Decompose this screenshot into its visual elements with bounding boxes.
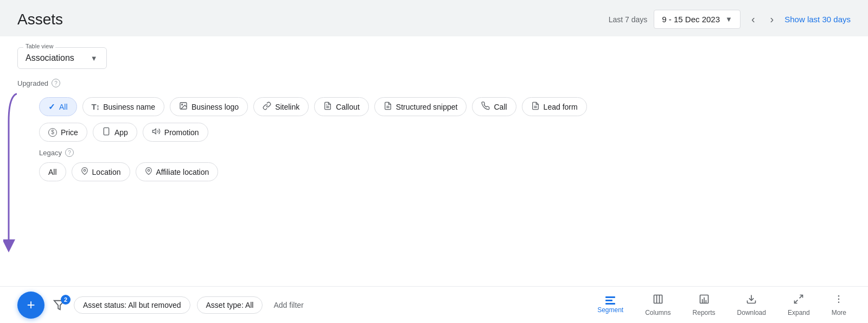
filter-button-wrapper: 2 xyxy=(51,297,67,313)
chip-all-legacy[interactable]: All xyxy=(39,162,66,181)
chip-price[interactable]: $ Price xyxy=(39,123,87,142)
svg-point-24 xyxy=(838,295,840,296)
app-icon xyxy=(102,127,111,137)
chip-label: Structured snippet xyxy=(396,103,458,111)
chip-label: Promotion xyxy=(164,128,199,137)
chip-business-logo[interactable]: Business logo xyxy=(170,97,248,116)
chip-call[interactable]: Call xyxy=(472,97,516,116)
chip-business-name[interactable]: T↕ Business name xyxy=(82,97,164,116)
columns-label: Columns xyxy=(645,309,671,316)
segment-action[interactable]: Segment xyxy=(593,294,628,316)
legacy-label: Legacy ? xyxy=(39,148,851,157)
chip-label: Location xyxy=(92,168,121,176)
image-icon xyxy=(179,102,188,112)
expand-icon xyxy=(793,294,804,307)
toolbar-right: Segment Columns xyxy=(593,292,851,319)
main-content: Table view Associations ▼ Upgraded ? xyxy=(0,36,868,323)
chip-label: Affiliate location xyxy=(156,168,209,176)
reports-label: Reports xyxy=(693,309,716,316)
svg-line-22 xyxy=(800,295,803,298)
legacy-section: Legacy ? All xyxy=(17,148,851,181)
svg-rect-8 xyxy=(104,128,108,135)
chip-sitelink[interactable]: Sitelink xyxy=(253,97,309,116)
date-range-label: Last 7 days xyxy=(609,15,648,24)
dropdown-arrow-icon: ▼ xyxy=(91,54,98,62)
svg-rect-14 xyxy=(654,295,662,303)
legacy-chips-row: All Location xyxy=(39,162,851,181)
segment-label: Segment xyxy=(597,306,623,314)
table-view-wrapper: Table view Associations ▼ xyxy=(17,47,107,69)
columns-action[interactable]: Columns xyxy=(641,292,675,319)
page-title: Assets xyxy=(17,11,63,28)
asset-status-chip[interactable]: Asset status: All but removed xyxy=(74,296,190,314)
phone-icon xyxy=(481,102,490,112)
table-view-select[interactable]: Associations ▼ xyxy=(25,53,98,63)
add-filter-label[interactable]: Add filter xyxy=(269,297,308,313)
legacy-help-icon[interactable]: ? xyxy=(65,148,74,157)
chip-label: Call xyxy=(494,103,507,111)
bottom-toolbar: + 2 Asset status: All but removed Asset … xyxy=(0,286,868,323)
chip-label: Business logo xyxy=(192,103,239,111)
table-view-label: Table view xyxy=(23,43,55,49)
download-action[interactable]: Download xyxy=(733,292,770,319)
chip-label: Sitelink xyxy=(275,103,299,111)
upgraded-label: Upgraded ? xyxy=(17,79,851,87)
check-icon: ✓ xyxy=(48,102,55,112)
header-right: Last 7 days 9 - 15 Dec 2023 ▼ ‹ › Show l… xyxy=(609,10,851,29)
svg-marker-10 xyxy=(152,129,156,134)
asset-type-chip[interactable]: Asset type: All xyxy=(197,296,263,314)
chip-app[interactable]: App xyxy=(93,123,137,142)
expand-action[interactable]: Expand xyxy=(783,292,814,319)
date-picker[interactable]: 9 - 15 Dec 2023 ▼ xyxy=(654,10,741,29)
text-format-icon: T↕ xyxy=(92,102,100,111)
table-view-value: Associations xyxy=(25,53,74,63)
more-action[interactable]: More xyxy=(827,292,851,319)
segment-icon xyxy=(605,296,615,305)
add-button[interactable]: + xyxy=(17,292,44,319)
chip-label: App xyxy=(114,128,128,137)
chip-lead-form[interactable]: Lead form xyxy=(522,97,587,116)
svg-point-1 xyxy=(182,104,183,105)
upgraded-help-icon[interactable]: ? xyxy=(52,79,60,87)
expand-label: Expand xyxy=(788,309,810,316)
date-picker-value: 9 - 15 Dec 2023 xyxy=(662,15,720,24)
affiliate-location-icon xyxy=(145,167,152,177)
chip-all-upgraded[interactable]: ✓ All xyxy=(39,97,77,116)
price-icon: $ xyxy=(48,128,57,137)
reports-icon xyxy=(699,294,710,307)
chevron-down-icon: ▼ xyxy=(725,15,732,23)
more-icon xyxy=(833,294,844,307)
lead-form-icon xyxy=(531,102,540,112)
download-icon xyxy=(746,294,757,307)
chip-structured-snippet[interactable]: Structured snippet xyxy=(374,97,467,116)
svg-line-23 xyxy=(795,300,798,303)
panels-area: ✓ All T↕ Business name xyxy=(0,93,868,192)
svg-point-25 xyxy=(838,298,840,300)
header: Assets Last 7 days 9 - 15 Dec 2023 ▼ ‹ ›… xyxy=(0,0,868,36)
chip-label: Price xyxy=(61,128,78,137)
next-date-button[interactable]: › xyxy=(766,11,778,28)
upgraded-chips-row: ✓ All T↕ Business name xyxy=(17,97,851,116)
download-label: Download xyxy=(737,309,766,316)
inner-panel: Table view Associations ▼ Upgraded ? xyxy=(0,36,868,93)
chip-label: Callout xyxy=(336,103,360,111)
snippet-icon xyxy=(384,102,392,112)
svg-point-12 xyxy=(148,169,150,172)
promotion-icon xyxy=(152,127,161,137)
callout-icon xyxy=(323,102,332,112)
location-icon xyxy=(81,167,88,177)
chip-affiliate-location[interactable]: Affiliate location xyxy=(136,162,219,181)
chip-label: All xyxy=(48,168,57,176)
prev-date-button[interactable]: ‹ xyxy=(747,11,760,28)
svg-point-26 xyxy=(838,301,840,303)
filter-badge: 2 xyxy=(61,295,71,305)
chip-callout[interactable]: Callout xyxy=(314,97,369,116)
svg-point-11 xyxy=(84,169,86,172)
chip-label: All xyxy=(59,103,68,111)
show-last-30-link[interactable]: Show last 30 days xyxy=(784,15,851,24)
chip-label: Lead form xyxy=(544,103,578,111)
chip-promotion[interactable]: Promotion xyxy=(143,123,208,142)
more-label: More xyxy=(832,309,846,316)
reports-action[interactable]: Reports xyxy=(688,292,720,319)
chip-location[interactable]: Location xyxy=(72,162,130,181)
